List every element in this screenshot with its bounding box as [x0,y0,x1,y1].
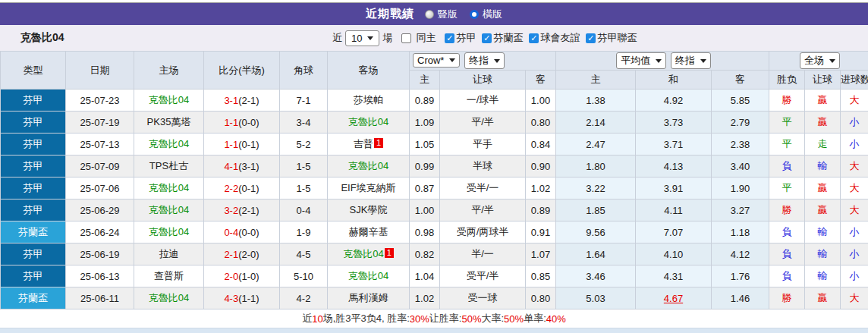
table-row: 芬蘭盃 25-06-11 克魯比04 4-3(1-1) 4-2 馬利漢姆 1.0… [1,287,868,309]
avg-away-odds: 1.18 [712,221,769,243]
handicap-away-odds: 1.00 [526,90,556,112]
average-select[interactable]: 平均值 [616,52,666,69]
fulltime-score: 2-1 [224,249,238,260]
sub-header-1: 让球 [440,71,526,90]
match-count-select[interactable]: 10 [345,30,379,46]
page-title: 近期戰績 [366,7,414,21]
result-win-draw-lose: 負 [769,221,805,243]
league-type-cell: 芬甲 [1,265,66,287]
score-cell: 3-1(2-1) [204,90,280,112]
result-win-draw-lose: 勝 [769,90,805,112]
away-team-cell[interactable]: 馬利漢姆 [328,287,410,309]
league-checkbox[interactable]: ✓ [586,33,596,43]
score-cell: 3-2(2-1) [204,199,280,221]
home-team-name[interactable]: 查普斯 [154,270,184,281]
match-date-cell: 25-07-06 [66,177,134,199]
away-team-name[interactable]: 赫爾辛基 [349,226,388,237]
avg-draw-odds: 3.91 [636,177,712,199]
radio-vertical-layout[interactable]: 豎版 [425,8,458,21]
league-type-cell: 芬甲 [1,199,66,221]
handicap-home-odds: 0.99 [410,156,440,177]
same-home-checkbox[interactable] [401,33,411,43]
away-team-cell[interactable]: 克魯比04 [328,265,410,287]
home-team-name[interactable]: 克魯比04 [149,292,189,303]
avg-draw-odds[interactable]: 4.67 [636,287,712,309]
radio-horizontal-label[interactable]: 橫版 [483,8,502,21]
away-team-cell[interactable]: EIF埃克納斯 [328,177,410,199]
full-match-select[interactable]: 全场 [800,52,840,69]
home-team-name[interactable]: 克魯比04 [149,204,189,215]
home-team-cell[interactable]: 克魯比04 [134,177,204,199]
final-odds-select-mid[interactable]: 终指 [671,52,711,69]
table-row: 芬甲 25-07-19 PK35萬塔 1-1(0-0) 3-4 克魯比04 1.… [1,112,868,134]
corners-cell: 3-4 [280,112,328,134]
league-filter-3: ✓芬甲聯盃 [580,31,637,45]
home-team-cell[interactable]: 查普斯 [134,265,204,287]
result-goals: 大 [841,156,868,177]
home-team-cell[interactable]: 克魯比04 [134,90,204,112]
league-type-cell: 芬蘭盃 [1,287,66,309]
away-team-cell[interactable]: 赫爾辛基 [328,221,410,243]
away-team-name[interactable]: SJK學院 [350,204,388,215]
radio-vertical-label[interactable]: 豎版 [438,8,458,21]
radio-horizontal-layout[interactable]: 橫版 [470,8,502,21]
home-team-cell[interactable]: PK35萬塔 [134,112,204,134]
home-team-name[interactable]: PK35萬塔 [147,116,191,127]
away-team-name[interactable]: 馬利漢姆 [349,292,388,303]
away-team-cell[interactable]: 克魯比041 [328,243,410,265]
league-checkbox-label: 芬蘭盃 [493,31,523,45]
away-team-cell[interactable]: 吉普1 [328,134,410,156]
radio-icon-selected[interactable] [470,10,479,19]
away-team-cell[interactable]: 莎埃帕 [328,90,410,112]
away-team-cell[interactable]: 克魯比04 [328,156,410,177]
away-team-name[interactable]: EIF埃克納斯 [341,182,395,193]
radio-icon[interactable] [425,10,434,19]
handicap-home-odds: 0.98 [410,221,440,243]
table-row: 芬蘭盃 25-06-24 克魯比04 0-4(0-0) 1-9 赫爾辛基 0.9… [1,221,868,243]
result-handicap: 贏 [805,177,841,199]
home-team-cell[interactable]: 克魯比04 [134,221,204,243]
table-row: 芬甲 25-07-09 TPS杜古 4-1(3-1) 1-5 克魯比04 0.9… [1,156,868,177]
odds-company-select[interactable]: Crow* [413,53,460,68]
away-team-name[interactable]: 克魯比04 [348,116,388,127]
home-team-cell[interactable]: 拉迪 [134,243,204,265]
home-team-cell[interactable]: 克魯比04 [134,134,204,156]
away-team-cell[interactable]: SJK學院 [328,199,410,221]
home-team-cell[interactable]: 克魯比04 [134,287,204,309]
home-team-cell[interactable]: TPS杜古 [134,156,204,177]
handicap-home-odds: 0.82 [410,243,440,265]
avg-home-odds: 5.03 [556,287,636,309]
avg-draw-odds: 7.07 [636,221,712,243]
sub-header-2: 客 [526,71,556,90]
home-team-name[interactable]: 克魯比04 [149,182,189,193]
away-team-name[interactable]: 克魯比04 [343,248,383,259]
home-team-name[interactable]: 克魯比04 [149,138,189,149]
corners-cell: 5-10 [280,265,328,287]
table-row: 芬甲 25-06-13 查普斯 2-0(1-0) 5-10 克魯比04 1.04… [1,265,868,287]
avg-away-odds: 4.12 [712,243,769,265]
table-row: 芬甲 25-07-13 克魯比04 1-1(0-1) 5-2 吉普1 1.05 … [1,134,868,156]
handicap-home-odds: 1.04 [410,265,440,287]
chevron-down-icon [700,59,706,63]
halftime-score: (0-0) [238,117,259,128]
away-team-name[interactable]: 克魯比04 [348,270,388,281]
away-team-cell[interactable]: 克魯比04 [328,112,410,134]
final-odds-select-left[interactable]: 终指 [464,52,505,69]
league-filter-0: ✓芬甲 [439,31,476,45]
result-handicap: 輸 [805,243,841,265]
away-team-name[interactable]: 莎埃帕 [354,94,383,105]
league-checkbox[interactable]: ✓ [445,33,454,43]
league-checkbox[interactable]: ✓ [529,33,539,43]
home-team-name[interactable]: TPS杜古 [149,160,188,171]
filter-bar: 克魯比04 近 10 場 同主 ✓芬甲✓芬蘭盃✓球會友誼✓芬甲聯盃 [0,25,868,51]
league-checkbox-label: 球會友誼 [540,31,580,45]
away-team-name[interactable]: 吉普 [354,138,373,149]
team-name: 克魯比04 [20,31,64,45]
home-team-cell[interactable]: 克魯比04 [134,199,204,221]
league-checkbox[interactable]: ✓ [482,33,492,43]
home-team-name[interactable]: 拉迪 [159,248,179,259]
home-team-name[interactable]: 克魯比04 [149,94,189,105]
away-team-name[interactable]: 克魯比04 [348,160,388,171]
result-handicap: 贏 [805,90,841,112]
home-team-name[interactable]: 克魯比04 [149,226,189,237]
